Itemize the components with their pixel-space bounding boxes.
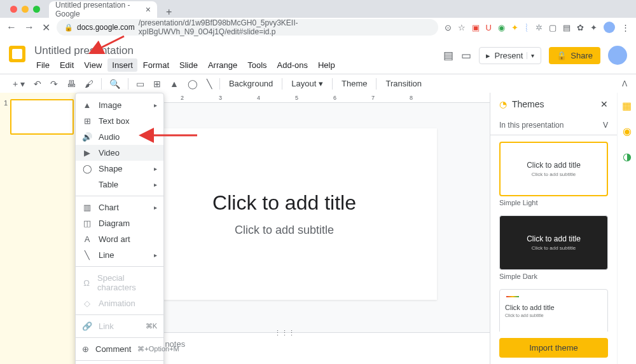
new-slide-button[interactable]: + ▾ [9,76,29,91]
audio-icon: 🔊 [82,132,92,142]
shape-button[interactable]: ◯ [184,76,202,91]
menu-item-table[interactable]: Table▸ [76,177,163,192]
comments-icon[interactable]: ▤ [443,49,453,62]
menu-item-chart[interactable]: ▥Chart▸ [76,199,163,215]
menu-bar: File Edit View Insert Format Slide Arran… [32,58,437,72]
textbox-button[interactable]: ⊞ [149,76,165,91]
tab-title: Untitled presentation - Google [55,1,146,18]
svg-line-1 [99,36,124,49]
account-avatar[interactable] [608,46,627,65]
sidebar-tasks-icon[interactable]: ◑ [618,144,636,169]
window-close-icon[interactable] [10,6,17,13]
share-button[interactable]: 🔒 Share [549,47,600,64]
menu-item-shape[interactable]: ◯Shape▸ [76,161,163,177]
slide-subtitle-placeholder[interactable]: Click to add subtitle [235,224,334,237]
chevron-down-icon[interactable]: ▾ [527,52,534,59]
menu-item-diagram[interactable]: ◫Diagram [76,215,163,231]
palette-icon: ◔ [499,99,507,109]
menu-help[interactable]: Help [314,58,340,72]
stop-button[interactable]: ✕ [42,22,50,34]
menu-view[interactable]: View [80,58,106,72]
annotation-arrow [95,33,127,54]
menu-edit[interactable]: Edit [55,58,78,72]
chart-icon: ▥ [82,203,92,212]
url-domain: docs.google.com [77,23,135,32]
themes-panel: ◔ Themes ✕ In this presentation ᐯ Click … [490,93,617,364]
new-tab-button[interactable]: + [161,6,177,18]
close-tab-icon[interactable]: × [146,4,151,15]
theme-simple-light[interactable]: Click to add title Click to add subtitle [499,142,608,196]
print-button[interactable]: 🖶 [63,76,80,91]
extension-icon[interactable]: ◉ [498,23,505,32]
collapse-toolbar-icon[interactable]: ᐱ [622,79,627,88]
theme-streamline[interactable]: Click to add title Click to add subtitle [499,289,608,332]
menu-tools[interactable]: Tools [243,58,271,72]
puzzle-icon[interactable]: ✦ [590,23,597,32]
theme-button[interactable]: Theme [336,76,372,91]
extension-icon[interactable]: ✦ [511,23,518,32]
play-icon: ▸ [486,51,490,60]
menu-item-comment[interactable]: ⊕Comment⌘+Option+M [76,341,163,357]
menu-item-textbox[interactable]: ⊞Text box [76,113,163,129]
line-button[interactable]: ╲ [203,76,216,91]
undo-button[interactable]: ↶ [30,76,45,91]
slide-canvas[interactable]: Click to add title Click to add subtitle [132,128,437,300]
import-theme-button[interactable]: Import theme [499,338,608,358]
themes-section-toggle[interactable]: In this presentation ᐯ [490,116,617,135]
menu-slide[interactable]: Slide [175,58,202,72]
menu-item-image[interactable]: ▲Image▸ [76,97,163,113]
profile-avatar[interactable] [604,22,615,33]
extension-icon[interactable]: ▣ [472,23,480,32]
menu-item-animation: ◇Animation [76,295,163,311]
slideshow-icon[interactable]: ▭ [461,49,471,62]
image-button[interactable]: ▲ [166,76,183,91]
chevron-right-icon: ▸ [154,252,157,259]
shape-icon: ◯ [82,164,92,173]
sidebar-keep-icon[interactable]: ◉ [618,118,636,144]
document-title[interactable]: Untitled presentation [32,42,437,58]
present-button[interactable]: ▸ Present ▾ [479,47,541,64]
star-icon[interactable]: ☆ [458,23,466,32]
menu-addons[interactable]: Add-ons [273,58,312,72]
menu-item-wordart[interactable]: AWord art [76,231,163,247]
filmstrip: 1 [0,93,79,364]
extension-icon[interactable]: ⦚ [525,23,529,32]
select-button[interactable]: ▭ [132,76,148,91]
window-maximize-icon[interactable] [33,6,40,13]
close-panel-icon[interactable]: ✕ [600,99,608,109]
kebab-icon[interactable]: ⋮ [621,23,630,32]
sidebar-calendar-icon[interactable]: ▦ [618,93,636,118]
extension-icon[interactable]: ▢ [549,23,556,32]
slide-title-placeholder[interactable]: Click to add title [212,191,356,215]
background-button[interactable]: Background [224,76,278,91]
drag-handle-icon[interactable]: ⋮⋮⋮ [274,329,295,337]
video-icon: ▶ [82,148,92,158]
forward-button[interactable]: → [24,22,34,34]
menu-format[interactable]: Format [139,58,174,72]
extension-icon[interactable]: ▤ [563,23,570,32]
extension-icon[interactable]: U [486,23,492,32]
image-icon: ▲ [82,100,92,110]
window-minimize-icon[interactable] [22,6,29,13]
menu-item-video[interactable]: ▶Video [76,145,163,161]
extension-icon[interactable]: ✲ [536,23,543,32]
menu-item-line[interactable]: ╲Line▸ [76,247,163,263]
panel-title: Themes [512,99,544,109]
extension-icon[interactable]: ✿ [577,23,584,32]
zoom-button[interactable]: 🔍 [106,76,124,91]
theme-name: Simple Light [499,196,608,213]
transition-button[interactable]: Transition [380,76,427,91]
back-button[interactable]: ← [6,22,17,34]
menu-insert[interactable]: Insert [107,58,137,72]
slide-number: 1 [4,99,8,107]
search-icon[interactable]: ⊙ [445,23,452,32]
slide-thumbnail[interactable] [10,99,74,135]
layout-button[interactable]: Layout ▾ [286,76,328,91]
menu-arrange[interactable]: Arrange [204,58,242,72]
paint-format-button[interactable]: 🖌 [81,76,97,91]
redo-button[interactable]: ↷ [46,76,62,91]
theme-simple-dark[interactable]: Click to add title Click to add subtitle [499,215,608,270]
slides-logo-icon[interactable] [9,46,25,62]
menu-file[interactable]: File [32,58,54,72]
browser-tab[interactable]: Untitled presentation - Google × [49,1,157,18]
